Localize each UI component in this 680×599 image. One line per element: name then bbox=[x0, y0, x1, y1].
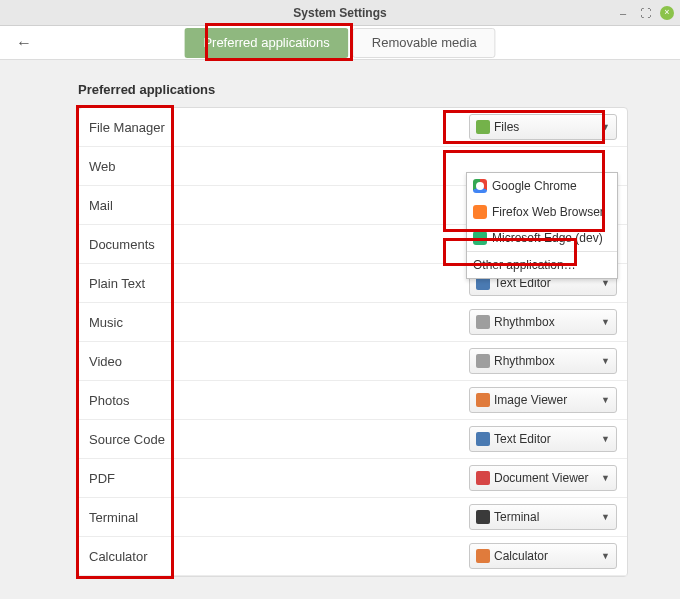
app-selector[interactable]: Image Viewer▼ bbox=[469, 387, 617, 413]
tab-label: Preferred applications bbox=[203, 35, 329, 50]
app-name: Image Viewer bbox=[494, 393, 601, 407]
chevron-down-icon: ▼ bbox=[601, 473, 610, 483]
maximize-button[interactable]: ⛶ bbox=[638, 6, 652, 20]
menu-item[interactable]: Firefox Web Browser bbox=[467, 199, 617, 225]
app-name: Calculator bbox=[494, 549, 601, 563]
menu-item-label: Google Chrome bbox=[492, 179, 577, 193]
tabs: Preferred applications Removable media bbox=[184, 28, 495, 58]
app-selector[interactable]: Rhythmbox▼ bbox=[469, 348, 617, 374]
tab-removable-media[interactable]: Removable media bbox=[353, 28, 496, 58]
music-icon bbox=[476, 315, 490, 329]
image-icon bbox=[476, 393, 490, 407]
app-selector[interactable]: Rhythmbox▼ bbox=[469, 309, 617, 335]
row-label: Video bbox=[89, 354, 469, 369]
preferred-apps-table: File ManagerFiles▼WebMailDocumentsPlain … bbox=[78, 107, 628, 577]
table-row: CalculatorCalculator▼ bbox=[79, 537, 627, 576]
menu-item-label: Microsoft Edge (dev) bbox=[492, 231, 603, 245]
text-icon bbox=[476, 432, 490, 446]
window-controls: – ⛶ × bbox=[616, 0, 674, 25]
tab-label: Removable media bbox=[372, 35, 477, 50]
app-name: Terminal bbox=[494, 510, 601, 524]
content: Preferred applications File ManagerFiles… bbox=[0, 60, 680, 577]
row-label: Calculator bbox=[89, 549, 469, 564]
edge-icon bbox=[473, 231, 487, 245]
chevron-down-icon: ▼ bbox=[601, 551, 610, 561]
row-label: File Manager bbox=[89, 120, 469, 135]
row-label: Source Code bbox=[89, 432, 469, 447]
app-selector[interactable]: Document Viewer▼ bbox=[469, 465, 617, 491]
app-selector[interactable]: Files▼ bbox=[469, 114, 617, 140]
app-name: Files bbox=[494, 120, 601, 134]
row-label: Music bbox=[89, 315, 469, 330]
app-name: Text Editor bbox=[494, 432, 601, 446]
back-arrow-icon: ← bbox=[16, 34, 32, 52]
close-button[interactable]: × bbox=[660, 6, 674, 20]
chevron-down-icon: ▼ bbox=[601, 434, 610, 444]
table-row: PDFDocument Viewer▼ bbox=[79, 459, 627, 498]
calc-icon bbox=[476, 549, 490, 563]
table-row: TerminalTerminal▼ bbox=[79, 498, 627, 537]
chevron-down-icon: ▼ bbox=[601, 395, 610, 405]
terminal-icon bbox=[476, 510, 490, 524]
table-row: MusicRhythmbox▼ bbox=[79, 303, 627, 342]
app-name: Rhythmbox bbox=[494, 315, 601, 329]
menu-item[interactable]: Google Chrome bbox=[467, 173, 617, 199]
app-selector[interactable]: Text Editor▼ bbox=[469, 426, 617, 452]
row-label: PDF bbox=[89, 471, 469, 486]
other-application-item[interactable]: Other application… bbox=[467, 252, 617, 278]
back-button[interactable]: ← bbox=[12, 31, 36, 55]
music-icon bbox=[476, 354, 490, 368]
app-selector[interactable]: Calculator▼ bbox=[469, 543, 617, 569]
chevron-down-icon: ▼ bbox=[601, 317, 610, 327]
chevron-down-icon: ▼ bbox=[601, 278, 610, 288]
app-name: Document Viewer bbox=[494, 471, 601, 485]
minimize-button[interactable]: – bbox=[616, 6, 630, 20]
row-label: Terminal bbox=[89, 510, 469, 525]
table-row: Source CodeText Editor▼ bbox=[79, 420, 627, 459]
app-selector[interactable]: Terminal▼ bbox=[469, 504, 617, 530]
tab-preferred-applications[interactable]: Preferred applications bbox=[184, 28, 348, 58]
row-label: Plain Text bbox=[89, 276, 469, 291]
table-row: VideoRhythmbox▼ bbox=[79, 342, 627, 381]
chrome-icon bbox=[473, 179, 487, 193]
chevron-down-icon: ▼ bbox=[601, 356, 610, 366]
section-title: Preferred applications bbox=[40, 82, 640, 97]
web-app-dropdown-menu: Google ChromeFirefox Web BrowserMicrosof… bbox=[466, 172, 618, 279]
chevron-down-icon: ▼ bbox=[601, 512, 610, 522]
toolbar: ← Preferred applications Removable media bbox=[0, 26, 680, 60]
app-name: Rhythmbox bbox=[494, 354, 601, 368]
table-row: File ManagerFiles▼ bbox=[79, 108, 627, 147]
pdf-icon bbox=[476, 471, 490, 485]
table-row: PhotosImage Viewer▼ bbox=[79, 381, 627, 420]
folder-icon bbox=[476, 120, 490, 134]
menu-item[interactable]: Microsoft Edge (dev) bbox=[467, 225, 617, 251]
firefox-icon bbox=[473, 205, 487, 219]
titlebar: System Settings – ⛶ × bbox=[0, 0, 680, 26]
menu-item-label: Firefox Web Browser bbox=[492, 205, 604, 219]
row-label: Photos bbox=[89, 393, 469, 408]
window-title: System Settings bbox=[293, 6, 386, 20]
menu-item-label: Other application… bbox=[473, 258, 576, 272]
chevron-down-icon: ▼ bbox=[601, 122, 610, 132]
